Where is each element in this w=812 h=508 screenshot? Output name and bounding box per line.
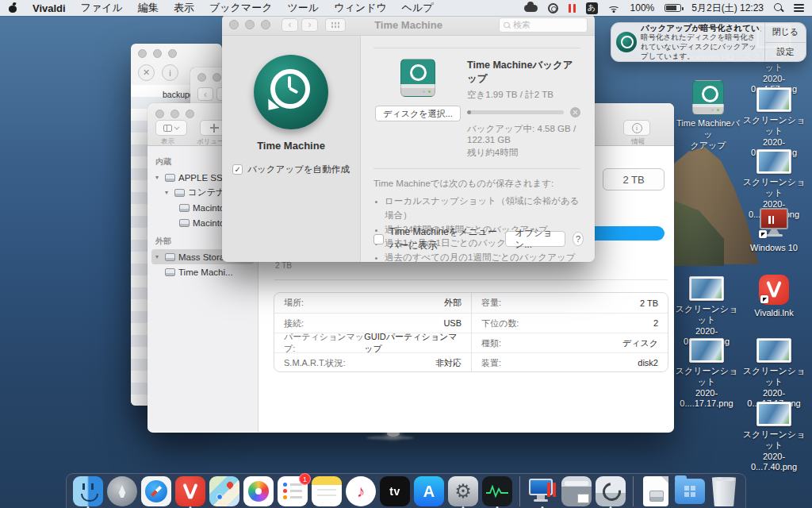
wifi-icon[interactable] — [608, 4, 620, 13]
menu-help[interactable]: ヘルプ — [402, 1, 434, 15]
forward-button[interactable]: › — [301, 18, 318, 32]
partition-map-label: 2 TB — [275, 261, 292, 270]
dock-item-activity-monitor[interactable] — [482, 476, 512, 506]
disk-icon — [174, 189, 185, 197]
help-button[interactable]: ? — [573, 232, 584, 246]
disclosure-triangle-icon[interactable]: ▾ — [155, 174, 162, 181]
time-machine-preferences-window[interactable]: ‹ › Time Machine 検索 Time Machine ✓ バックアッ… — [222, 14, 595, 262]
clock-label[interactable]: 5月2日(土) 12:23 — [691, 2, 764, 15]
cancel-backup-button[interactable] — [570, 107, 580, 117]
dock-item-disk-utility[interactable] — [596, 476, 626, 506]
desktop-icon-windows-10[interactable]: Windows 10 — [740, 208, 808, 254]
creative-cloud-icon[interactable] — [548, 3, 558, 13]
view-button[interactable] — [155, 120, 187, 136]
inspect-process-button[interactable]: i — [162, 64, 178, 81]
dock-item-reminders[interactable]: 1 — [278, 476, 308, 506]
keeps-intro-text: Time Machineでは次のものが保存されます: — [373, 178, 580, 190]
dock-item-safari[interactable] — [141, 476, 171, 506]
select-disk-button[interactable]: ディスクを選択... — [375, 106, 460, 121]
minimize-button[interactable] — [245, 20, 255, 29]
dock-item-music[interactable]: ♪ — [346, 476, 376, 506]
disclosure-triangle-icon[interactable]: ▾ — [155, 253, 162, 260]
parallels-status-icon[interactable] — [569, 4, 576, 13]
time-machine-disk-icon — [692, 80, 724, 115]
dock-item-image-capture[interactable] — [561, 476, 592, 506]
zoom-button[interactable] — [186, 110, 194, 118]
zoom-button[interactable] — [168, 49, 177, 58]
auto-backup-checkbox[interactable]: ✓ — [232, 164, 243, 175]
spotlight-search-icon[interactable] — [774, 3, 783, 13]
notification-center-icon[interactable] — [794, 4, 804, 12]
cloud-status-icon[interactable] — [524, 5, 538, 12]
close-button[interactable] — [197, 73, 206, 82]
app-menu-vivaldi[interactable]: Vivaldi — [33, 2, 66, 14]
menu-edit[interactable]: 編集 — [138, 1, 159, 15]
minimize-button[interactable] — [153, 49, 162, 58]
dock-item-disk-image-file[interactable] — [643, 476, 668, 506]
sidebar-item-label: Time Machi... — [178, 267, 233, 277]
desktop-icon-screenshot-1717-b[interactable]: スクリーンショット 2020-0....17.17.png — [740, 338, 808, 410]
window-controls[interactable] — [155, 110, 194, 118]
show-in-menubar-checkbox[interactable] — [373, 234, 384, 244]
window-controls[interactable] — [131, 44, 222, 58]
dock: 1 ♪ tv A ⚙ — [66, 473, 746, 508]
dock-item-photos[interactable] — [243, 476, 274, 506]
desktop-icon-screenshot-329[interactable]: スクリーンショット 2020-0...3.29.png — [740, 87, 808, 159]
desktop-icon-screenshot-740[interactable]: スクリーンショット 2020-0...7.40.png — [740, 402, 808, 473]
desktop-icon-screenshot-344[interactable]: スクリーンショット 2020-0...3.44.png — [672, 276, 741, 348]
minimize-button[interactable] — [170, 110, 179, 118]
back-button[interactable]: ‹ — [282, 18, 298, 32]
dock-item-apple-tv[interactable]: tv — [380, 476, 410, 506]
close-button[interactable] — [138, 49, 147, 58]
capacity-box: 2 TB — [603, 168, 665, 190]
quit-process-button[interactable]: ✕ — [138, 64, 155, 81]
menu-tools[interactable]: ツール — [287, 1, 319, 15]
minimize-button[interactable] — [213, 73, 221, 82]
dock-item-maps[interactable] — [209, 476, 239, 506]
input-source-icon[interactable]: あ — [586, 2, 598, 14]
dock-item-notes[interactable] — [312, 476, 342, 506]
sidebar-item-time-machine-volume[interactable]: Time Machi... — [147, 264, 258, 279]
menu-bookmarks[interactable]: ブックマーク — [209, 1, 273, 15]
menu-window[interactable]: ウィンドウ — [334, 1, 387, 15]
dock-item-system-preferences[interactable]: ⚙ — [448, 476, 478, 506]
options-button[interactable]: オプション... — [505, 231, 566, 247]
dock-item-windows-folder[interactable] — [675, 479, 705, 504]
dock-item-parallels-desktop[interactable] — [527, 476, 557, 506]
close-button[interactable] — [229, 20, 239, 29]
info-row: 容量:2 TB — [472, 293, 668, 313]
search-input[interactable]: 検索 — [499, 17, 588, 33]
show-all-button[interactable] — [325, 18, 346, 32]
zoom-button[interactable] — [261, 20, 270, 29]
notification-close-button[interactable]: 閉じる — [765, 23, 806, 42]
process-row[interactable]: backupd — [163, 90, 194, 99]
notification-settings-button[interactable]: 設定 — [765, 42, 806, 62]
window-controls[interactable] — [229, 20, 270, 29]
keeps-list-item: 過去のすべての月の1週間ごとのバックアップ — [385, 251, 580, 262]
disk-icon — [179, 204, 190, 212]
close-button[interactable] — [155, 110, 164, 118]
screenshot-thumbnail-icon — [756, 338, 791, 363]
desktop-icon-time-machine-backup[interactable]: Time Machineバッ クアップ — [674, 80, 742, 151]
disclosure-triangle-icon[interactable]: ▾ — [165, 189, 171, 196]
gear-icon: ⚙ — [448, 476, 478, 506]
info-button[interactable]: i — [623, 120, 650, 136]
battery-icon[interactable] — [665, 4, 681, 12]
dock-item-launchpad[interactable] — [107, 476, 137, 506]
apple-menu-icon[interactable] — [8, 3, 17, 13]
dock-item-vivaldi[interactable] — [175, 476, 205, 506]
desktop-icon-screenshot-1717-a[interactable]: スクリーンショット 2020-0....17.17.png — [672, 338, 741, 410]
back-button[interactable]: ‹ — [197, 87, 213, 101]
dock-item-trash[interactable] — [709, 476, 739, 506]
notification-banner[interactable]: バックアップが暗号化されていません 暗号化されたディスクを暗号化されていないディ… — [611, 22, 806, 62]
divider — [373, 168, 580, 169]
desktop-icon-label: Windows 10 — [750, 243, 798, 254]
menu-view[interactable]: 表示 — [174, 1, 194, 15]
menu-file[interactable]: ファイル — [81, 1, 123, 15]
dock-item-app-store[interactable]: A — [414, 476, 444, 506]
dock-separator — [519, 476, 520, 506]
desktop-icon-vivaldi-shortcut[interactable]: Vivaldi.lnk — [740, 275, 808, 319]
info-row: 装置:disk2 — [472, 352, 668, 372]
dock-item-finder[interactable] — [73, 476, 103, 506]
time-machine-left-panel: Time Machine ✓ バックアップを自動作成 — [222, 36, 361, 262]
